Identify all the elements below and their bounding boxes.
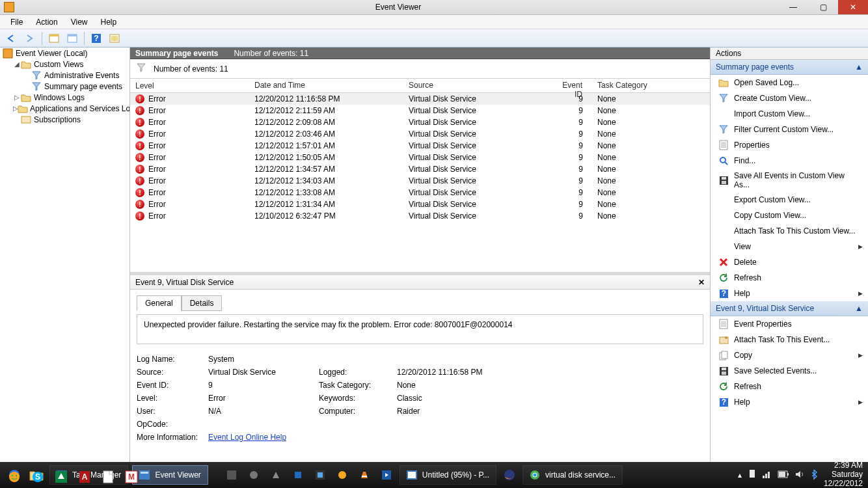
tray-icon[interactable] [289,465,307,485]
action-item[interactable]: Import Custom View... [711,106,868,122]
svg-point-63 [16,475,17,476]
toolbar-icon[interactable] [46,31,62,46]
tab-details[interactable]: Details [182,295,223,311]
action-item[interactable]: Attach Task To This Custom View... [711,223,868,239]
action-item[interactable]: Attach Task To This Event... [711,332,868,347]
event-row[interactable]: !Error12/12/2012 1:31:34 AMVirtual Disk … [130,198,710,210]
action-item[interactable]: Filter Current Custom View... [711,122,868,137]
action-item[interactable]: Create Custom View... [711,90,868,106]
center-pane: Summary page events Number of events: 11… [130,47,711,462]
event-row[interactable]: !Error12/12/2012 2:09:08 AMVirtual Disk … [130,116,710,128]
close-button[interactable]: ✕ [838,0,868,14]
col-source[interactable]: Source [403,79,556,92]
tree-item-windows-logs[interactable]: ▷ Windows Logs [10,92,129,103]
event-row[interactable]: !Error12/10/2012 6:32:47 PMVirtual Disk … [130,210,710,222]
event-row[interactable]: !Error12/12/2012 2:11:59 AMVirtual Disk … [130,105,710,116]
expander-icon[interactable]: ▷ [13,94,21,101]
action-item[interactable]: Copy Custom View... [711,208,868,223]
col-date[interactable]: Date and Time [249,79,403,92]
tray-wmp-icon[interactable] [377,465,396,485]
link-event-log-online-help[interactable]: Event Log Online Help [208,433,286,442]
event-row[interactable]: !Error12/20/2012 11:16:58 PMVirtual Disk… [130,93,710,105]
col-task[interactable]: Task Category [592,79,710,92]
action-item[interactable]: Save All Events in Custom View As... [711,169,868,192]
pinned-app-icon[interactable]: M [122,467,141,487]
blank-icon [718,109,729,119]
event-grid[interactable]: Level Date and Time Source Event ID Task… [130,79,710,272]
action-item[interactable]: Open Saved Log... [711,75,868,90]
event-row[interactable]: !Error12/12/2012 1:34:57 AMVirtual Disk … [130,163,710,175]
action-item[interactable]: Event Properties [711,316,868,332]
action-item[interactable]: View [711,239,868,254]
actions-section-summary[interactable]: Summary page events▲ [711,60,868,75]
event-row[interactable]: !Error12/12/2012 1:33:08 AMVirtual Disk … [130,187,710,198]
details-close-button[interactable]: ✕ [698,278,705,287]
event-row[interactable]: !Error12/12/2012 1:34:03 AMVirtual Disk … [130,175,710,187]
action-item[interactable]: ?Help [711,394,868,410]
tab-general[interactable]: General [137,295,182,311]
pinned-emoji-icon[interactable] [5,467,23,487]
menu-help[interactable]: Help [94,16,124,28]
menu-view[interactable]: View [64,16,94,28]
tray-expand-icon[interactable]: ▴ [738,470,742,480]
toolbar-icon[interactable] [64,31,80,46]
taskbar-event-viewer[interactable]: Event Viewer [132,465,208,485]
pinned-skype-icon[interactable]: S [29,467,47,487]
expander-icon[interactable]: ▷ [13,105,18,112]
menu-file[interactable]: File [4,16,29,28]
tree-label: Custom Views [34,60,83,69]
taskbar-firefox-icon[interactable] [500,465,519,485]
taskbar-paint[interactable]: Untitled (95%) - P... [400,465,496,485]
action-item[interactable]: Delete [711,254,868,270]
svg-point-28 [725,336,727,339]
tray-battery-icon[interactable] [778,470,789,480]
action-item[interactable]: Find... [711,153,868,169]
tray-clock[interactable]: 2:39 AM Saturday 12/22/2012 [824,461,863,488]
help-button[interactable]: ? [88,31,104,46]
pinned-pdf-icon[interactable]: A [75,467,94,487]
svg-rect-59 [787,473,789,476]
pinned-doc-icon[interactable] [99,467,117,487]
tree-root[interactable]: Event Viewer (Local) [0,47,129,59]
nav-forward-button[interactable] [22,31,38,46]
pinned-app-icon[interactable] [52,467,70,487]
col-eventid[interactable]: Event ID [556,79,592,92]
tray-icon[interactable] [245,465,263,485]
svg-rect-1 [49,34,59,36]
event-row[interactable]: !Error12/12/2012 2:03:46 AMVirtual Disk … [130,128,710,140]
maximize-button[interactable]: ▢ [808,0,838,14]
taskbar-chrome[interactable]: virtual disk service... [522,465,623,485]
action-item[interactable]: Copy [711,347,868,363]
action-item[interactable]: Properties [711,137,868,153]
expander-icon[interactable]: ◢ [13,61,21,68]
event-row[interactable]: !Error12/12/2012 1:57:01 AMVirtual Disk … [130,140,710,152]
tree-item-admin-events[interactable]: Administrative Events [21,70,129,81]
tray-icon[interactable] [223,465,241,485]
actions-section-event[interactable]: Event 9, Virtual Disk Service▲ [711,301,868,316]
menu-action[interactable]: Action [29,16,64,28]
minimize-button[interactable]: — [778,0,808,14]
action-item[interactable]: Save Selected Events... [711,363,868,379]
event-row[interactable]: !Error12/12/2012 1:50:05 AMVirtual Disk … [130,152,710,163]
nav-back-button[interactable] [4,31,20,46]
tray-vlc-icon[interactable] [355,465,373,485]
action-item[interactable]: Export Custom View... [711,192,868,208]
tray-icon[interactable] [333,465,351,485]
tray-action-center-icon[interactable] [748,470,756,481]
tray-bluetooth-icon[interactable] [811,470,817,481]
action-item[interactable]: ?Help [711,286,868,301]
svg-line-15 [725,162,727,165]
tray-icon[interactable] [311,465,329,485]
tree-item-subscriptions[interactable]: Subscriptions [10,114,129,125]
tree-item-custom-views[interactable]: ◢ Custom Views [10,59,129,70]
col-level[interactable]: Level [130,79,249,92]
action-item[interactable]: Refresh [711,379,868,394]
tray-volume-icon[interactable] [795,470,804,480]
tree-item-summary-page-events[interactable]: Summary page events [21,81,129,92]
tray-icon[interactable] [267,465,285,485]
grid-header[interactable]: Level Date and Time Source Event ID Task… [130,79,710,93]
toolbar-icon[interactable] [107,31,122,46]
tray-network-icon[interactable] [763,470,772,480]
tree-item-apps-services[interactable]: ▷ Applications and Services Lo [10,103,129,114]
action-item[interactable]: Refresh [711,270,868,286]
